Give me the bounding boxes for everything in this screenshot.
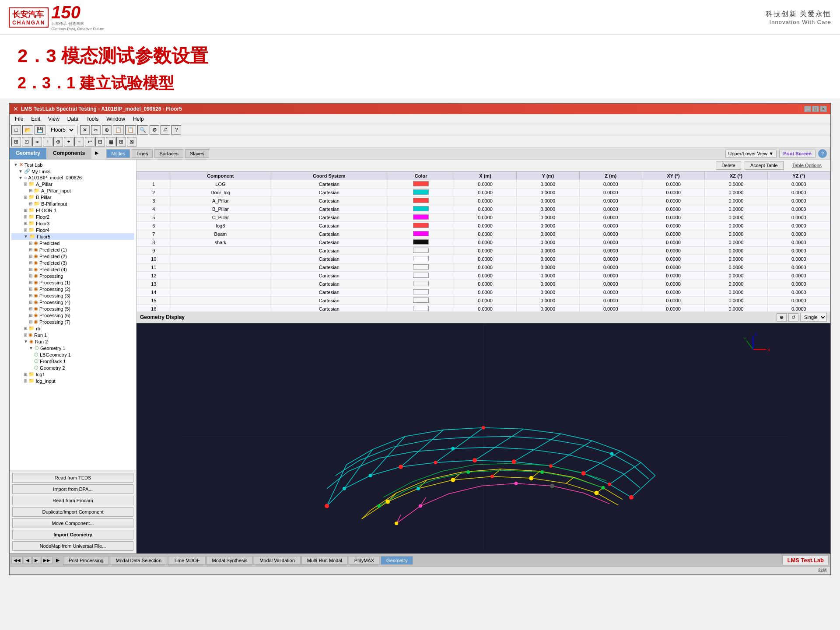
- menubar-file[interactable]: File: [11, 115, 27, 123]
- tree-item-processing6[interactable]: ⊞ ◉ Processing (6): [11, 312, 134, 318]
- expand-log1[interactable]: ⊞: [24, 372, 27, 377]
- expand-bpillar[interactable]: ⊞: [24, 195, 27, 200]
- single-dropdown[interactable]: Single: [800, 313, 827, 322]
- tree-item-predicted1[interactable]: ⊞ ◉ Predicted (1): [11, 246, 134, 253]
- expand-processing6[interactable]: ⊞: [29, 313, 32, 318]
- tb2-btn11[interactable]: ⊞: [116, 137, 126, 147]
- tab-geometry[interactable]: Geometry: [381, 556, 413, 565]
- tb2-btn5[interactable]: ⊕: [53, 137, 63, 147]
- table-row[interactable]: 14 Cartesian 0.0000 0.0000 0.0000 0.0000…: [137, 288, 830, 297]
- tab-multi-run-modal[interactable]: Multi-Run Modal: [301, 556, 348, 565]
- tree-item-floor5[interactable]: ▼ 📁 Floor5: [11, 233, 134, 240]
- tree-item-rb[interactable]: ⊞ 📁 rb: [11, 325, 134, 332]
- tree-item-bpillarinput[interactable]: ⊞ 📁 B-Pillarinput: [11, 200, 134, 207]
- expand-floor4[interactable]: ⊞: [24, 228, 27, 232]
- table-row[interactable]: 1 LOG Cartesian 0.0000 0.0000 0.0000 0.0…: [137, 180, 830, 189]
- tab-modal-validation[interactable]: Modal Validation: [254, 556, 301, 565]
- tree-item-predicted3[interactable]: ⊞ ◉ Predicted (3): [11, 259, 134, 266]
- tree-item-apillar[interactable]: ⊞ 📁 A_Pillar: [11, 181, 134, 187]
- menubar-help[interactable]: Help: [130, 115, 147, 123]
- expand-floor5[interactable]: ▼: [24, 234, 28, 239]
- tb-btn8[interactable]: 🖨: [161, 125, 170, 135]
- tree-item-run2[interactable]: ▼ ◉ Run 2: [11, 338, 134, 345]
- menubar-edit[interactable]: Edit: [28, 115, 44, 123]
- tb2-btn6[interactable]: +: [64, 137, 74, 147]
- tree-item-frontback1[interactable]: ⬡ FrontBack 1: [11, 358, 134, 364]
- table-row[interactable]: 3 A_Pillar Cartesian 0.0000 0.0000 0.000…: [137, 197, 830, 205]
- restore-btn[interactable]: □: [812, 106, 819, 112]
- tb-btn3[interactable]: ⊕: [102, 125, 112, 135]
- tb-btn6[interactable]: 🔍: [137, 125, 148, 135]
- table-row[interactable]: 6 log3 Cartesian 0.0000 0.0000 0.0000 0.…: [137, 222, 830, 230]
- expand-apillar[interactable]: ⊞: [24, 182, 27, 186]
- tree-item-loginput[interactable]: ⊞ 📁 log_input: [11, 378, 134, 384]
- tb2-btn4[interactable]: ↑: [43, 137, 52, 147]
- tab-post-processing[interactable]: Post Processing: [63, 556, 109, 565]
- table-row[interactable]: 13 Cartesian 0.0000 0.0000 0.0000 0.0000…: [137, 280, 830, 288]
- nav-fwd-btn[interactable]: ▶: [32, 556, 40, 564]
- expand-model[interactable]: ▼: [18, 175, 23, 180]
- tree-item-processing7[interactable]: ⊞ ◉ Processing (7): [11, 318, 134, 325]
- tree-item-processing1[interactable]: ⊞ ◉ Processing (1): [11, 279, 134, 286]
- print-screen-btn[interactable]: Print Screen: [779, 150, 816, 158]
- expand-processing3[interactable]: ⊞: [29, 293, 32, 298]
- tb2-btn7[interactable]: −: [74, 137, 84, 147]
- geo-reset-btn[interactable]: ↺: [788, 313, 798, 322]
- tree-item-predicted[interactable]: ⊞ ◉ Predicted: [11, 240, 134, 246]
- import-from-dpa-btn[interactable]: Import from DPA...: [12, 484, 133, 494]
- tree-item-geo2[interactable]: ⬡ Geometry 2: [11, 364, 134, 371]
- tab-arrow-right[interactable]: ▶: [91, 148, 102, 159]
- table-row[interactable]: 16 Cartesian 0.0000 0.0000 0.0000 0.0000…: [137, 305, 830, 312]
- expand-mylinks[interactable]: ▼: [18, 169, 23, 174]
- expand-processing1[interactable]: ⊞: [29, 280, 32, 285]
- tree-item-floor2[interactable]: ⊞ 📁 Floor2: [11, 214, 134, 220]
- tb2-btn9[interactable]: ⊟: [95, 137, 105, 147]
- tree-item-apillarinput[interactable]: ⊞ 📁 A_Pillar_input: [11, 187, 134, 194]
- table-row[interactable]: 15 Cartesian 0.0000 0.0000 0.0000 0.0000…: [137, 297, 830, 305]
- accept-table-btn[interactable]: Accept Table: [745, 161, 784, 170]
- floor-selector[interactable]: Floor5: [47, 126, 75, 134]
- expand-predicted2[interactable]: ⊞: [29, 254, 32, 259]
- tree-item-geo1[interactable]: ▼ ⬡ Geometry 1: [11, 345, 134, 351]
- close-btn[interactable]: ✕: [820, 106, 827, 112]
- tree-item-mylinks[interactable]: ▼ 🔗 My Links: [11, 168, 134, 175]
- open-btn[interactable]: 📂: [22, 125, 33, 135]
- expand-processing2[interactable]: ⊞: [29, 287, 32, 291]
- table-row[interactable]: 4 B_Pillar Cartesian 0.0000 0.0000 0.000…: [137, 205, 830, 214]
- expand-geo1[interactable]: ▼: [29, 346, 33, 350]
- expand-floor1[interactable]: ⊞: [24, 208, 27, 213]
- tree-item-floor4[interactable]: ⊞ 📁 Floor4: [11, 227, 134, 233]
- minimize-btn[interactable]: _: [804, 106, 811, 112]
- tree-item-floor1[interactable]: ⊞ 📁 FLOOR 1: [11, 207, 134, 214]
- tb-btn9[interactable]: ?: [172, 125, 181, 135]
- nav-back-btn[interactable]: ◀: [24, 556, 32, 564]
- expand-predicted3[interactable]: ⊞: [29, 260, 32, 265]
- expand-run2[interactable]: ▼: [24, 339, 28, 344]
- upper-lower-view-btn[interactable]: Upper/Lower View ▼: [725, 150, 777, 158]
- menubar-window[interactable]: Window: [103, 115, 129, 123]
- tb-btn1[interactable]: ✕: [80, 125, 90, 135]
- tab-polymax[interactable]: PolyMAX: [349, 556, 380, 565]
- tree-item-processing2[interactable]: ⊞ ◉ Processing (2): [11, 286, 134, 292]
- tab-components[interactable]: Components: [47, 148, 91, 159]
- expand-processing5[interactable]: ⊞: [29, 306, 32, 311]
- table-row[interactable]: 8 shark Cartesian 0.0000 0.0000 0.0000 0…: [137, 238, 830, 247]
- tree-item-predicted2[interactable]: ⊞ ◉ Predicted (2): [11, 253, 134, 259]
- table-row[interactable]: 2 Door_log Cartesian 0.0000 0.0000 0.000…: [137, 189, 830, 197]
- tb2-btn1[interactable]: ⊞: [11, 137, 21, 147]
- new-btn[interactable]: □: [11, 125, 21, 135]
- tree-item-processing3[interactable]: ⊞ ◉ Processing (3): [11, 292, 134, 299]
- tree-item-processing5[interactable]: ⊞ ◉ Processing (5): [11, 305, 134, 312]
- tb-btn5[interactable]: 📋: [125, 125, 136, 135]
- tb-btn2[interactable]: ✂: [91, 125, 101, 135]
- subtab-surfaces[interactable]: Surfaces: [154, 149, 183, 158]
- tree-item-log1[interactable]: ⊞ 📁 log1: [11, 371, 134, 378]
- tree-item-lbgeo1[interactable]: ⬡ LBGeometry 1: [11, 351, 134, 358]
- tb2-btn3[interactable]: ≈: [32, 137, 42, 147]
- tree-item-testlab[interactable]: ▼ ✕ Test Lab: [11, 161, 134, 168]
- expand-predicted[interactable]: ⊞: [29, 241, 32, 245]
- expand-predicted1[interactable]: ⊞: [29, 247, 32, 252]
- tab-modal-data-selection[interactable]: Modal Data Selection: [110, 556, 167, 565]
- menubar-view[interactable]: View: [45, 115, 63, 123]
- save-btn[interactable]: 💾: [35, 125, 46, 135]
